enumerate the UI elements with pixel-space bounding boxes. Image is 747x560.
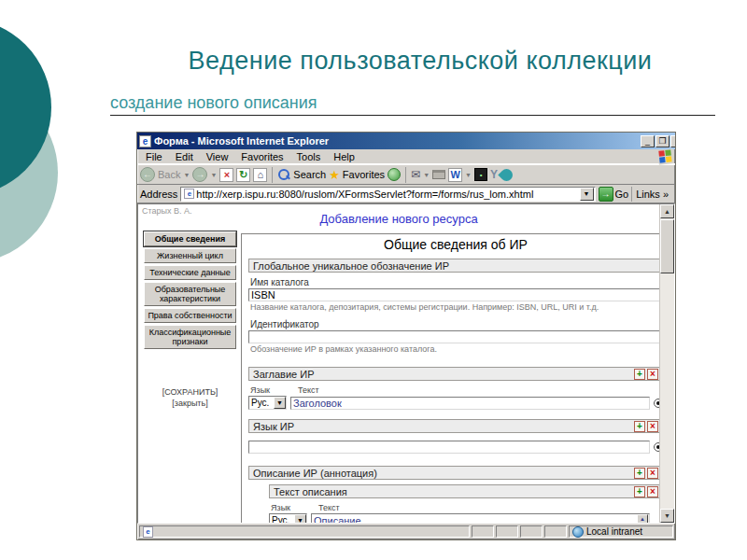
description-textarea[interactable]: Описание ▲ ▼ — [311, 513, 650, 524]
close-button[interactable]: × — [670, 135, 675, 147]
menu-tools[interactable]: Tools — [290, 150, 328, 163]
mail-dropdown-icon[interactable]: ▼ — [423, 172, 430, 178]
title-section-bar: Заглавие ИР + × — [248, 367, 663, 381]
links-chevron-icon[interactable]: » — [663, 189, 669, 200]
catalog-name-input[interactable] — [248, 288, 670, 301]
page-scrollbar[interactable]: ▲ ▼ — [659, 204, 674, 523]
browser-content: Старых В. А. Добавление нового ресурса О… — [137, 203, 675, 524]
add-description-text-icon[interactable]: + — [634, 486, 645, 497]
sidebar-item-lifecycle[interactable]: Жизненный цикл — [144, 248, 236, 263]
sidebar-item-educational[interactable]: Образовательные характеристики — [144, 282, 236, 306]
go-button[interactable]: → Go — [599, 187, 629, 202]
address-input[interactable]: e http://xerp.ispu.ru:8080/ruslom/XForms… — [180, 187, 595, 202]
messenger-icon[interactable]: • — [474, 168, 487, 181]
add-title-icon[interactable]: + — [634, 369, 645, 380]
home-icon[interactable]: ⌂ — [253, 168, 267, 182]
add-description-icon[interactable]: + — [634, 468, 645, 479]
menu-help[interactable]: Help — [327, 150, 361, 163]
msn-icon[interactable] — [498, 166, 514, 183]
maximize-button[interactable]: ❐ — [655, 135, 669, 147]
language-section-label: Язык ИР — [253, 421, 632, 432]
title-text-input[interactable] — [290, 397, 650, 410]
refresh-icon[interactable]: ↻ — [236, 168, 250, 182]
delete-language-icon[interactable]: × — [647, 421, 658, 432]
form-heading: Общие сведения об ИР — [248, 237, 663, 252]
slide-title: Ведение пользовательской коллекции — [112, 47, 728, 76]
slide-subtitle: создание нового описания — [110, 93, 317, 113]
address-dropdown-icon[interactable]: ▼ — [580, 188, 594, 201]
status-cell — [544, 525, 567, 538]
save-link[interactable]: [СОХРАНИТЬ] — [144, 386, 236, 398]
description-section-bar: Описание ИР (аннотация) + × — [248, 466, 663, 480]
title-input-row: Рус. ▼ — [248, 396, 663, 410]
search-label[interactable]: Search — [293, 169, 326, 180]
status-cell — [520, 525, 543, 538]
print-icon[interactable] — [432, 170, 445, 179]
go-arrow-icon[interactable]: → — [599, 187, 613, 202]
status-main-cell: e — [139, 525, 470, 538]
links-label[interactable]: Links — [636, 189, 660, 200]
stop-icon[interactable]: × — [219, 168, 233, 182]
toolbar-separator — [405, 167, 406, 183]
identifier-input[interactable] — [248, 330, 670, 343]
catalog-name-label: Имя каталога — [250, 277, 663, 287]
textarea-scrollbar[interactable]: ▲ ▼ — [637, 514, 649, 524]
slide: Ведение пользовательской коллекции созда… — [0, 0, 747, 560]
minimize-button[interactable]: _ — [641, 135, 655, 147]
scroll-up-icon[interactable]: ▲ — [637, 514, 648, 524]
favorites-label[interactable]: Favorites — [343, 169, 385, 180]
scrollbar-up-icon[interactable]: ▲ — [660, 204, 674, 218]
add-resource-link[interactable]: Добавление нового ресурса — [138, 212, 659, 226]
back-icon[interactable]: ← — [140, 167, 155, 182]
globe-icon — [572, 526, 584, 538]
description-lang-dropdown-icon[interactable]: ▼ — [294, 514, 306, 524]
menu-view[interactable]: View — [200, 150, 235, 163]
edit-word-icon[interactable]: W — [448, 168, 462, 182]
description-text-bar: Текст описания + × — [269, 484, 663, 498]
description-text-col-label: Текст — [318, 503, 340, 512]
back-dropdown-icon[interactable]: ▼ — [183, 172, 190, 178]
resource-form: Общие сведения об ИР Глобальное уникальн… — [241, 233, 670, 524]
page-icon: e — [184, 189, 194, 199]
media-icon[interactable] — [388, 168, 401, 181]
sidebar-item-technical[interactable]: Технические данные — [144, 265, 236, 280]
title-lang-dropdown-icon[interactable]: ▼ — [274, 397, 286, 409]
title-section-label: Заглавие ИР — [253, 369, 632, 380]
status-bar: e Local intranet — [137, 524, 675, 539]
delete-description-text-icon[interactable]: × — [647, 486, 658, 497]
language-input[interactable] — [248, 441, 650, 454]
windows-logo-icon — [657, 148, 674, 165]
description-lang-value: Рус. — [270, 515, 294, 524]
address-url[interactable]: http://xerp.ispu.ru:8080/ruslom/XFormsSe… — [196, 189, 579, 200]
menu-file[interactable]: File — [139, 150, 169, 163]
scrollbar-thumb[interactable] — [660, 219, 674, 273]
description-section-label: Описание ИР (аннотация) — [253, 468, 632, 479]
forward-dropdown-icon[interactable]: ▼ — [210, 172, 217, 178]
window-titlebar[interactable]: e Форма - Microsoft Internet Explorer _ … — [137, 133, 675, 149]
mail-icon[interactable]: ✉ — [411, 168, 420, 181]
description-lang-select[interactable]: Рус. ▼ — [269, 513, 307, 524]
title-lang-select[interactable]: Рус. ▼ — [248, 396, 287, 410]
favorites-star-icon[interactable]: ★ — [329, 168, 340, 182]
divider-line — [110, 115, 715, 116]
menu-favorites[interactable]: Favorites — [234, 150, 289, 163]
standard-toolbar: ← Back ▼ → ▼ × ↻ ⌂ Search ★ Favorites ✉ … — [137, 164, 675, 185]
language-input-row — [248, 441, 663, 454]
delete-description-icon[interactable]: × — [647, 468, 658, 479]
add-language-icon[interactable]: + — [634, 421, 645, 432]
forward-icon[interactable]: → — [192, 167, 207, 182]
menu-edit[interactable]: Edit — [169, 150, 200, 163]
delete-title-icon[interactable]: × — [647, 369, 658, 380]
search-icon[interactable] — [277, 168, 290, 181]
sidebar-item-general[interactable]: Общие сведения — [144, 231, 236, 246]
word-dropdown-icon[interactable]: ▼ — [465, 172, 472, 178]
sidebar-item-rights[interactable]: Права собственности — [144, 308, 236, 323]
links-button[interactable]: Links » — [631, 187, 672, 202]
close-link[interactable]: [закрыть] — [144, 398, 236, 409]
sidebar-item-classification[interactable]: Классификационные признаки — [144, 325, 236, 349]
back-label[interactable]: Back — [158, 169, 180, 180]
scrollbar-down-icon[interactable]: ▼ — [660, 509, 674, 523]
go-label[interactable]: Go — [615, 189, 629, 200]
description-text-label: Текст описания — [274, 486, 632, 497]
catalog-name-hint: Название каталога, депозитария, системы … — [250, 302, 663, 312]
